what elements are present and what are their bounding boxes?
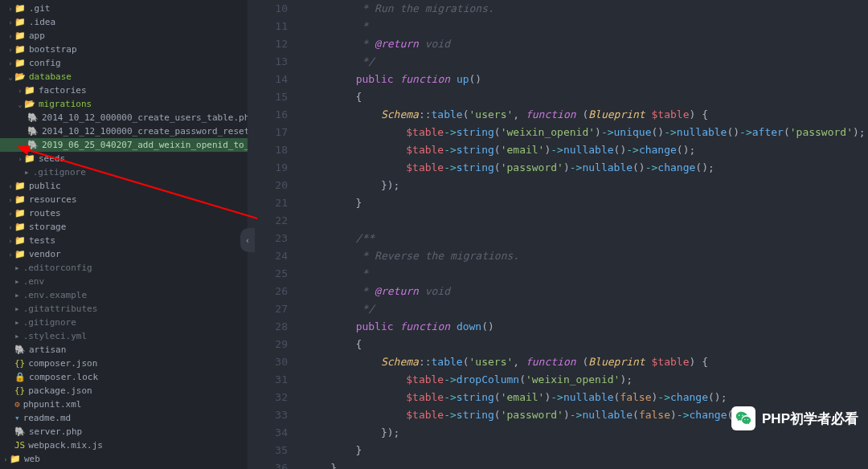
code-line[interactable]: $table->string('weixin_openid')->unique(… bbox=[305, 124, 868, 141]
folder-icon: 📁 bbox=[14, 235, 26, 246]
tree-item[interactable]: ▸.styleci.yml bbox=[0, 329, 248, 343]
line-number: 19 bbox=[248, 159, 288, 177]
code-editor[interactable]: ‹ 10111213141516171819202122232425262728… bbox=[248, 0, 868, 469]
code-line[interactable]: */ bbox=[305, 53, 868, 71]
code-line[interactable]: Schema::table('users', function (Bluepri… bbox=[305, 106, 868, 124]
tree-item[interactable]: ▸.gitignore bbox=[0, 316, 248, 329]
tree-item-label: resources bbox=[29, 194, 77, 205]
tree-item[interactable]: ›📁config bbox=[0, 56, 248, 70]
tree-item[interactable]: ⌄📂migrations bbox=[0, 97, 248, 111]
expand-arrow-icon[interactable]: ⌄ bbox=[6, 73, 14, 81]
expand-arrow-icon[interactable]: › bbox=[16, 155, 24, 163]
code-line[interactable]: /** bbox=[305, 230, 868, 247]
code-line[interactable]: }); bbox=[305, 177, 868, 194]
sidebar-collapse-button[interactable]: ‹ bbox=[240, 228, 255, 252]
tree-item[interactable]: ▾readme.md bbox=[0, 411, 248, 425]
tree-item[interactable]: ›📁.git bbox=[0, 2, 248, 15]
tree-item[interactable]: ›📁app bbox=[0, 29, 248, 43]
tree-item[interactable]: 🐘2014_10_12_000000_create_users_table.ph… bbox=[0, 111, 248, 124]
code-line[interactable]: * Reverse the migrations. bbox=[305, 247, 868, 265]
tree-item[interactable]: ›📁storage bbox=[0, 220, 248, 234]
expand-arrow-icon[interactable]: › bbox=[6, 18, 14, 27]
code-line[interactable]: * Run the migrations. bbox=[305, 0, 868, 18]
code-line[interactable]: } bbox=[305, 459, 868, 469]
tree-item[interactable]: {}package.json bbox=[0, 384, 248, 398]
tree-item[interactable]: 🐘server.php bbox=[0, 425, 248, 438]
watermark: PHP初学者必看 bbox=[731, 406, 858, 430]
folder-icon: 📁 bbox=[14, 17, 26, 27]
expand-arrow-icon[interactable]: › bbox=[6, 251, 14, 259]
code-line[interactable]: * @return void bbox=[305, 283, 868, 300]
tree-item-label: web bbox=[24, 454, 40, 464]
expand-arrow-icon[interactable]: › bbox=[6, 32, 14, 40]
tree-item-label: .editorconfig bbox=[23, 263, 92, 273]
line-number: 29 bbox=[248, 336, 288, 353]
tree-item[interactable]: ›📁factories bbox=[0, 84, 248, 97]
tree-item[interactable]: ›📁bootstrap bbox=[0, 43, 248, 56]
expand-arrow-icon[interactable]: › bbox=[16, 87, 24, 95]
code-line[interactable]: */ bbox=[305, 300, 868, 318]
tree-item[interactable]: 🐘artisan bbox=[0, 343, 248, 357]
file-icon: ▸ bbox=[14, 317, 20, 328]
tree-item-label: public bbox=[29, 181, 61, 191]
tree-item[interactable]: ▸.env bbox=[0, 275, 248, 288]
expand-arrow-icon[interactable]: › bbox=[6, 46, 14, 54]
tree-item[interactable]: {}composer.json bbox=[0, 357, 248, 370]
expand-arrow-icon[interactable]: › bbox=[2, 455, 10, 463]
code-line[interactable]: $table->dropColumn('weixin_openid'); bbox=[305, 371, 868, 389]
code-line[interactable] bbox=[305, 212, 868, 230]
tree-item[interactable]: ›📁.idea bbox=[0, 15, 248, 29]
tree-item[interactable]: ›📁routes bbox=[0, 206, 248, 220]
expand-arrow-icon[interactable]: ⌄ bbox=[16, 100, 24, 108]
tree-item-label: composer.lock bbox=[29, 372, 98, 382]
tree-item[interactable]: ›📁resources bbox=[0, 193, 248, 206]
file-explorer-sidebar[interactable]: ›📁.git›📁.idea›📁app›📁bootstrap›📁config⌄📂d… bbox=[0, 0, 248, 469]
tree-item-label: migrations bbox=[39, 99, 92, 109]
line-number: 25 bbox=[248, 265, 288, 283]
tree-item-label: seeds bbox=[39, 153, 65, 164]
tree-item[interactable]: ›📁web bbox=[0, 452, 248, 466]
code-line[interactable]: } bbox=[305, 442, 868, 459]
file-icon: ▸ bbox=[14, 263, 20, 273]
expand-arrow-icon[interactable]: › bbox=[6, 182, 14, 190]
expand-arrow-icon[interactable]: › bbox=[6, 196, 14, 204]
code-line[interactable]: $table->string('email')->nullable()->cha… bbox=[305, 141, 868, 159]
tree-item[interactable]: 🐘2014_10_12_100000_create_password_reset… bbox=[0, 124, 248, 138]
tree-item-label: .gitattributes bbox=[23, 304, 98, 314]
expand-arrow-icon[interactable]: › bbox=[6, 223, 14, 231]
php-file-icon: 🐘 bbox=[27, 126, 39, 137]
tree-item[interactable]: ▸.editorconfig bbox=[0, 261, 248, 275]
expand-arrow-icon[interactable]: › bbox=[6, 5, 14, 13]
tree-item[interactable]: ▸.env.example bbox=[0, 288, 248, 302]
code-line[interactable]: $table->string('email')->nullable(false)… bbox=[305, 389, 868, 406]
tree-item[interactable]: 🐘2019_06_25_040207_add_weixin_openid_to_… bbox=[0, 138, 248, 152]
tree-item[interactable]: ▸.gitignore bbox=[0, 165, 248, 179]
tree-item[interactable]: ›📁vendor bbox=[0, 247, 248, 261]
code-line[interactable]: * @return void bbox=[305, 35, 868, 53]
expand-arrow-icon[interactable]: › bbox=[6, 59, 14, 67]
code-line[interactable]: } bbox=[305, 194, 868, 212]
code-line[interactable]: public function up() bbox=[305, 71, 868, 88]
code-line[interactable]: { bbox=[305, 88, 868, 106]
tree-item[interactable]: ⌄📂database bbox=[0, 70, 248, 84]
tree-item[interactable]: ›📁tests bbox=[0, 234, 248, 247]
expand-arrow-icon[interactable]: › bbox=[6, 237, 14, 245]
line-number: 20 bbox=[248, 177, 288, 194]
tree-item[interactable]: ⚙phpunit.xml bbox=[0, 398, 248, 411]
tree-item[interactable]: 🔒composer.lock bbox=[0, 370, 248, 384]
code-line[interactable]: public function down() bbox=[305, 318, 868, 336]
js-file-icon: JS bbox=[14, 440, 25, 451]
line-number: 32 bbox=[248, 389, 288, 406]
code-line[interactable]: $table->string('password')->nullable()->… bbox=[305, 159, 868, 177]
code-line[interactable]: Schema::table('users', function (Bluepri… bbox=[305, 353, 868, 371]
tree-item[interactable]: ▸.gitattributes bbox=[0, 302, 248, 316]
tree-item[interactable]: ›📁public bbox=[0, 179, 248, 193]
tree-item[interactable]: ›📁seeds bbox=[0, 152, 248, 165]
code-line[interactable]: * bbox=[305, 265, 868, 283]
expand-arrow-icon[interactable]: › bbox=[6, 210, 14, 218]
code-content[interactable]: * Run the migrations. * * @return void *… bbox=[305, 0, 868, 469]
line-number-gutter: 1011121314151617181920212223242526272829… bbox=[248, 0, 305, 469]
tree-item[interactable]: JSwebpack.mix.js bbox=[0, 438, 248, 452]
code-line[interactable]: * bbox=[305, 18, 868, 35]
code-line[interactable]: { bbox=[305, 336, 868, 353]
